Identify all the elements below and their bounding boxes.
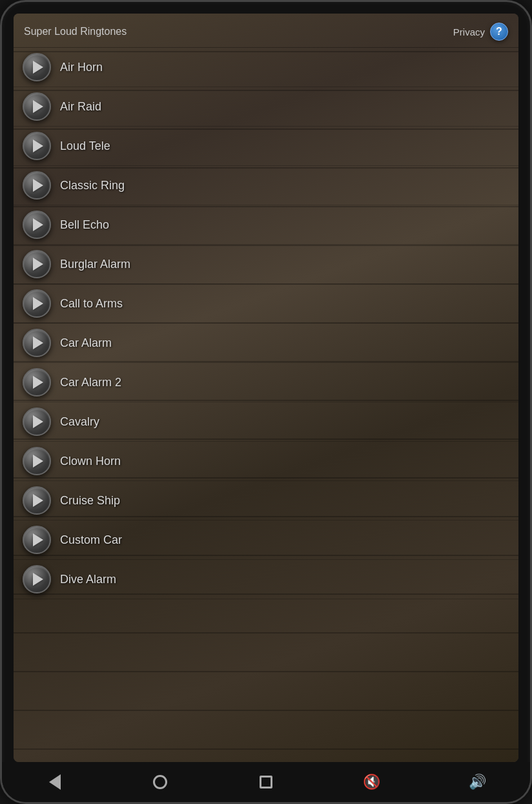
ringtone-item[interactable]: Car Alarm xyxy=(14,324,518,363)
volume-up-button[interactable]: 🔊 xyxy=(461,766,493,798)
play-button-11[interactable] xyxy=(23,447,51,475)
play-icon xyxy=(33,61,43,74)
header-actions: Privacy ? xyxy=(453,23,508,41)
ringtone-name: Air Horn xyxy=(60,61,103,74)
play-icon xyxy=(33,376,43,389)
play-icon xyxy=(33,139,43,152)
recent-icon xyxy=(260,776,272,789)
app-header: Super Loud Ringtones Privacy ? xyxy=(14,14,518,48)
play-button-3[interactable] xyxy=(23,132,51,160)
play-icon xyxy=(33,297,43,310)
ringtone-name: Loud Tele xyxy=(60,139,110,153)
play-icon xyxy=(33,573,43,586)
ringtone-item[interactable]: Dive Alarm xyxy=(14,560,518,599)
ringtone-name: Dive Alarm xyxy=(60,573,116,586)
play-button-10[interactable] xyxy=(23,407,51,436)
ringtone-name: Burglar Alarm xyxy=(60,258,130,271)
home-button[interactable] xyxy=(144,766,176,798)
play-button-9[interactable] xyxy=(23,368,51,397)
ringtone-list: Air HornAir RaidLoud TeleClassic RingBel… xyxy=(14,48,518,762)
ringtone-name: Air Raid xyxy=(60,100,101,114)
app-screen: Super Loud Ringtones Privacy ? Air HornA… xyxy=(14,14,518,762)
ringtone-item[interactable]: Car Alarm 2 xyxy=(14,363,518,402)
ringtone-item[interactable]: Custom Car xyxy=(14,521,518,560)
home-icon xyxy=(153,775,167,789)
volume-down-icon: 🔇 xyxy=(363,775,380,789)
play-icon xyxy=(33,533,43,546)
play-icon xyxy=(33,336,43,349)
ringtone-name: Call to Arms xyxy=(60,297,123,311)
back-button[interactable] xyxy=(39,766,71,798)
ringtone-item[interactable]: Classic Ring xyxy=(14,166,518,205)
ringtone-item[interactable]: Clown Horn xyxy=(14,442,518,481)
play-icon xyxy=(33,179,43,192)
play-button-8[interactable] xyxy=(23,329,51,357)
ringtone-name: Cruise Ship xyxy=(60,494,120,508)
play-button-2[interactable] xyxy=(23,92,51,121)
play-button-1[interactable] xyxy=(23,53,51,81)
device-frame: Super Loud Ringtones Privacy ? Air HornA… xyxy=(0,0,532,804)
volume-up-icon: 🔊 xyxy=(469,775,486,789)
ringtone-item[interactable]: Loud Tele xyxy=(14,127,518,166)
privacy-link[interactable]: Privacy xyxy=(453,26,485,37)
play-button-13[interactable] xyxy=(23,526,51,554)
volume-down-button[interactable]: 🔇 xyxy=(356,766,388,798)
play-icon xyxy=(33,258,43,271)
ringtone-item[interactable]: Cruise Ship xyxy=(14,481,518,521)
ringtone-item[interactable]: Bell Echo xyxy=(14,205,518,245)
play-button-4[interactable] xyxy=(23,171,51,200)
navigation-bar: 🔇 🔊 xyxy=(2,762,530,802)
play-icon xyxy=(33,100,43,113)
ringtone-name: Car Alarm xyxy=(60,336,112,350)
ringtone-name: Clown Horn xyxy=(60,455,121,468)
back-icon xyxy=(49,774,61,790)
help-button[interactable]: ? xyxy=(490,23,508,41)
play-icon xyxy=(33,415,43,428)
play-icon xyxy=(33,455,43,468)
play-button-6[interactable] xyxy=(23,250,51,278)
ringtone-item[interactable]: Cavalry xyxy=(14,402,518,442)
ringtone-name: Car Alarm 2 xyxy=(60,376,121,389)
ringtone-name: Cavalry xyxy=(60,415,99,429)
ringtone-item[interactable]: Air Horn xyxy=(14,48,518,87)
play-icon xyxy=(33,494,43,507)
play-button-14[interactable] xyxy=(23,565,51,593)
ringtone-item[interactable]: Burglar Alarm xyxy=(14,245,518,284)
play-icon xyxy=(33,218,43,231)
ringtone-name: Classic Ring xyxy=(60,179,125,192)
ringtone-item[interactable]: Air Raid xyxy=(14,87,518,127)
app-content: Super Loud Ringtones Privacy ? Air HornA… xyxy=(14,14,518,762)
play-button-5[interactable] xyxy=(23,211,51,239)
app-title: Super Loud Ringtones xyxy=(24,26,127,37)
play-button-7[interactable] xyxy=(23,289,51,318)
ringtone-name: Custom Car xyxy=(60,533,122,547)
ringtone-item[interactable]: Call to Arms xyxy=(14,284,518,324)
ringtone-name: Bell Echo xyxy=(60,218,109,232)
recent-button[interactable] xyxy=(250,766,282,798)
play-button-12[interactable] xyxy=(23,486,51,515)
